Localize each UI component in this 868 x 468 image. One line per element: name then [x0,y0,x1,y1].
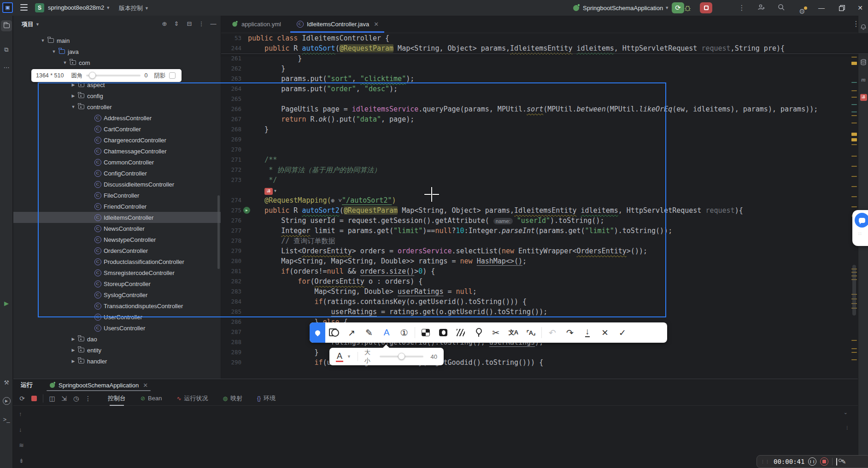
stripe-mark[interactable] [851,123,857,123]
locate-file-icon[interactable]: ⊕ [160,20,169,27]
chevron-down-icon[interactable]: ▼ [347,354,351,359]
stripe-mark[interactable] [851,186,857,187]
undo-button-icon[interactable]: ↶ [544,322,561,343]
subtab-运行状况[interactable]: ∿运行状况 [176,391,208,406]
minimize-button[interactable]: — [812,0,831,16]
stripe-mark[interactable] [851,115,857,116]
drag-handle[interactable]: ⋮⋮ [761,459,770,464]
drag-handle[interactable]: ∷ [858,231,862,236]
text-tool-icon[interactable]: A [378,322,395,343]
maven-icon[interactable]: m [858,75,868,85]
stop-button[interactable] [700,2,712,13]
console-output[interactable]: ↑ ↓ ≋ ⇟ ⌄ ⫶ [13,406,858,468]
ai-chat-bubble[interactable]: ∷ [852,210,868,246]
stripe-mark[interactable] [851,57,857,58]
edit-icon[interactable]: ✎ [841,458,846,465]
download-button-icon[interactable]: ↓ [579,322,596,343]
stripe-mark[interactable] [851,176,857,177]
run-tool-icon[interactable]: ▶ [1,298,12,309]
chevron-collapsed-icon[interactable]: ▶ [70,359,77,363]
confirm-button-icon[interactable]: ✓ [614,322,631,343]
rerun-button[interactable]: ⟳ [672,2,684,13]
stripe-mark[interactable] [851,133,857,136]
chevron-collapsed-icon[interactable]: ▶ [70,348,77,352]
mosaic-tool-icon[interactable] [417,322,434,343]
scroll-down-icon[interactable]: ↓ [19,426,22,433]
subtab-控制台[interactable]: 控制台 [108,391,126,406]
capture-selection-rect[interactable] [38,82,666,317]
services-tool-icon[interactable]: ▶ [1,395,12,406]
hide-panel-icon[interactable]: — [209,20,218,27]
settings-gear-icon[interactable]: ⚙ [796,7,809,16]
collapse-all-icon[interactable]: ⊟ [185,20,194,27]
close-button-icon[interactable]: × [596,322,614,343]
screenshot-icon[interactable]: ◫ [46,395,58,402]
tree-item-java[interactable]: ▼java [13,46,221,57]
scroll-up-icon[interactable]: ↑ [19,410,22,417]
pen-tool-icon[interactable]: ✎ [360,322,378,343]
number-tool-icon[interactable]: ① [395,322,413,343]
chevron-down-icon[interactable]: ▼ [35,22,40,27]
chevron-expanded-icon[interactable]: ▼ [50,49,58,54]
stripe-mark[interactable] [851,62,857,65]
terminal-tool-icon[interactable]: >_ [1,414,12,425]
stripe-mark[interactable] [851,104,857,105]
structure-tool-icon[interactable]: ⧉ [1,44,12,55]
vcs-menu[interactable]: 版本控制 ▼ [119,4,149,12]
camera-icon[interactable] [836,458,837,465]
tree-item-UsersController[interactable]: CUsersController [13,322,221,333]
pause-recording-button[interactable]: ❙❙ [808,457,816,466]
profiler-icon[interactable]: ◷ [70,395,82,402]
shape-tool-icon[interactable] [325,322,343,343]
stripe-mark[interactable] [851,196,857,197]
font-size-slider[interactable] [380,356,423,357]
stripe-mark[interactable] [851,348,857,349]
stripe-mark[interactable] [851,340,857,341]
chevron-expanded-icon[interactable]: ▼ [39,38,47,43]
add-user-icon[interactable] [757,4,770,11]
more-tools-icon[interactable]: ⋯ [1,62,12,73]
search-icon[interactable] [778,4,791,11]
tree-item-handler[interactable]: ▶handler [13,356,221,367]
rerun-icon[interactable]: ⟳ [16,395,28,402]
more-actions-icon[interactable]: ⋮ [735,4,748,12]
chevron-collapsed-icon[interactable]: ▶ [70,337,77,341]
close-tab-icon[interactable]: ✕ [143,382,148,389]
stripe-mark[interactable] [851,352,857,353]
tree-item-com[interactable]: ▼com [13,57,221,68]
run-configuration[interactable]: SpringbootSchemaApplication ▼ ⟳ [573,2,712,13]
brush-indicator-icon[interactable] [310,322,325,343]
notifications-bell-icon[interactable] [858,22,868,32]
build-tool-icon[interactable]: ⚒ [1,377,12,388]
soft-wrap-icon[interactable]: ≋ [19,442,24,449]
chevron-expanded-icon[interactable]: ▼ [61,60,69,65]
subtab-Bean[interactable]: ⊘Bean [141,391,162,406]
more-options-icon[interactable]: ⋮ [82,395,94,402]
tree-item-entity[interactable]: ▶entity [13,345,221,356]
restore-button[interactable] [832,0,851,16]
tree-item-dao[interactable]: ▶dao [13,333,221,345]
run-config-tab[interactable]: SpringbootSchemaApplication ✕ [47,379,151,391]
stop-process-icon[interactable] [31,396,37,401]
subtab-映射[interactable]: ◍映射 [223,391,242,406]
close-window-button[interactable]: ✕ [850,0,868,16]
collapse-panel-icon[interactable]: ⌄ [844,410,848,415]
layout-settings-icon[interactable]: ⫶ [846,425,848,431]
database-icon[interactable] [858,57,868,67]
stripe-mark[interactable] [851,359,857,360]
project-tool-icon[interactable] [1,20,12,31]
ocr-tool-icon[interactable]: ⌜A⌟ [522,322,540,343]
project-selector[interactable]: springboot8eo828m2 ▼ [48,4,110,11]
corner-radius-slider[interactable] [86,75,141,76]
hatch-tool-icon[interactable] [452,322,469,343]
main-menu-button[interactable] [20,4,28,11]
expand-collapse-icon[interactable]: ⇕ [172,20,181,27]
stripe-mark[interactable] [851,144,857,145]
thread-dump-icon[interactable]: ⇲ [58,395,70,402]
stripe-mark[interactable] [851,90,857,91]
scroll-end-icon[interactable]: ⇟ [19,457,24,464]
stripe-mark[interactable] [851,97,857,98]
stripe-mark[interactable] [851,82,857,83]
debug-icon[interactable] [684,5,697,12]
redo-button-icon[interactable]: ↷ [561,322,579,343]
